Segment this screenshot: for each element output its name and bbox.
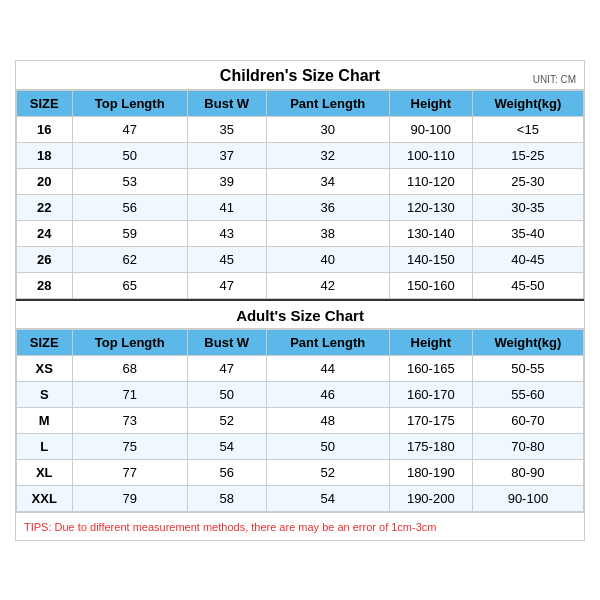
table-cell: 170-175 — [389, 407, 472, 433]
tips-text: TIPS: Due to different measurement metho… — [24, 521, 436, 533]
table-cell: 140-150 — [389, 246, 472, 272]
table-cell: 28 — [17, 272, 73, 298]
tips-row: TIPS: Due to different measurement metho… — [16, 512, 584, 540]
table-row: M735248170-17560-70 — [17, 407, 584, 433]
table-cell: 73 — [72, 407, 187, 433]
table-cell: 59 — [72, 220, 187, 246]
table-cell: 18 — [17, 142, 73, 168]
table-cell: 58 — [187, 485, 266, 511]
table-row: XS684744160-16550-55 — [17, 355, 584, 381]
table-cell: 44 — [266, 355, 389, 381]
table-cell: 30 — [266, 116, 389, 142]
table-cell: S — [17, 381, 73, 407]
table-cell: 110-120 — [389, 168, 472, 194]
table-cell: 53 — [72, 168, 187, 194]
adult-col-height: Height — [389, 329, 472, 355]
table-cell: 45 — [187, 246, 266, 272]
children-chart-title-row: Children's Size Chart UNIT: CM — [16, 61, 584, 90]
table-cell: 45-50 — [472, 272, 583, 298]
table-cell: 34 — [266, 168, 389, 194]
table-row: 22564136120-13030-35 — [17, 194, 584, 220]
table-cell: 68 — [72, 355, 187, 381]
table-row: 1647353090-100<15 — [17, 116, 584, 142]
children-col-pant-length: Pant Length — [266, 90, 389, 116]
table-cell: 62 — [72, 246, 187, 272]
table-cell: 80-90 — [472, 459, 583, 485]
children-col-top-length: Top Length — [72, 90, 187, 116]
table-cell: L — [17, 433, 73, 459]
table-cell: 47 — [187, 355, 266, 381]
table-row: S715046160-17055-60 — [17, 381, 584, 407]
table-cell: 48 — [266, 407, 389, 433]
table-cell: 75 — [72, 433, 187, 459]
children-chart-title: Children's Size Chart — [24, 67, 576, 85]
adult-header-row: SIZE Top Length Bust W Pant Length Heigh… — [17, 329, 584, 355]
table-cell: 20 — [17, 168, 73, 194]
table-cell: 40 — [266, 246, 389, 272]
table-cell: 24 — [17, 220, 73, 246]
table-cell: 52 — [187, 407, 266, 433]
table-cell: 30-35 — [472, 194, 583, 220]
table-cell: 47 — [72, 116, 187, 142]
table-row: 20533934110-12025-30 — [17, 168, 584, 194]
table-cell: 65 — [72, 272, 187, 298]
table-cell: <15 — [472, 116, 583, 142]
children-header-row: SIZE Top Length Bust W Pant Length Heigh… — [17, 90, 584, 116]
table-cell: 41 — [187, 194, 266, 220]
table-cell: 26 — [17, 246, 73, 272]
table-cell: 50 — [72, 142, 187, 168]
table-cell: 130-140 — [389, 220, 472, 246]
children-col-size: SIZE — [17, 90, 73, 116]
table-cell: 90-100 — [389, 116, 472, 142]
table-cell: XXL — [17, 485, 73, 511]
children-col-weight: Weight(kg) — [472, 90, 583, 116]
table-cell: 37 — [187, 142, 266, 168]
table-cell: 160-170 — [389, 381, 472, 407]
table-cell: 39 — [187, 168, 266, 194]
table-cell: 60-70 — [472, 407, 583, 433]
table-row: XL775652180-19080-90 — [17, 459, 584, 485]
adult-table: SIZE Top Length Bust W Pant Length Heigh… — [16, 329, 584, 512]
size-chart-container: Children's Size Chart UNIT: CM SIZE Top … — [15, 60, 585, 541]
table-cell: 50 — [266, 433, 389, 459]
table-cell: 190-200 — [389, 485, 472, 511]
table-cell: 16 — [17, 116, 73, 142]
table-cell: 77 — [72, 459, 187, 485]
table-cell: 50 — [187, 381, 266, 407]
table-cell: 79 — [72, 485, 187, 511]
adult-col-top-length: Top Length — [72, 329, 187, 355]
table-cell: 100-110 — [389, 142, 472, 168]
table-cell: 36 — [266, 194, 389, 220]
table-cell: 25-30 — [472, 168, 583, 194]
table-cell: 90-100 — [472, 485, 583, 511]
table-row: 24594338130-14035-40 — [17, 220, 584, 246]
children-col-height: Height — [389, 90, 472, 116]
table-row: 26624540140-15040-45 — [17, 246, 584, 272]
adult-col-weight: Weight(kg) — [472, 329, 583, 355]
children-col-bust: Bust W — [187, 90, 266, 116]
children-table: SIZE Top Length Bust W Pant Length Heigh… — [16, 90, 584, 299]
adult-chart-title-row: Adult's Size Chart — [16, 299, 584, 329]
table-cell: 52 — [266, 459, 389, 485]
table-cell: 47 — [187, 272, 266, 298]
table-cell: 50-55 — [472, 355, 583, 381]
table-cell: 40-45 — [472, 246, 583, 272]
unit-label: UNIT: CM — [533, 74, 576, 85]
adult-col-size: SIZE — [17, 329, 73, 355]
table-row: L755450175-18070-80 — [17, 433, 584, 459]
table-cell: 15-25 — [472, 142, 583, 168]
table-row: 28654742150-16045-50 — [17, 272, 584, 298]
table-cell: 35 — [187, 116, 266, 142]
table-cell: 56 — [187, 459, 266, 485]
table-cell: 54 — [266, 485, 389, 511]
table-row: 18503732100-11015-25 — [17, 142, 584, 168]
table-cell: 32 — [266, 142, 389, 168]
adult-chart-title: Adult's Size Chart — [236, 307, 364, 324]
adult-col-bust: Bust W — [187, 329, 266, 355]
table-cell: 38 — [266, 220, 389, 246]
table-cell: 180-190 — [389, 459, 472, 485]
table-cell: 55-60 — [472, 381, 583, 407]
table-row: XXL795854190-20090-100 — [17, 485, 584, 511]
table-cell: 120-130 — [389, 194, 472, 220]
table-cell: 150-160 — [389, 272, 472, 298]
